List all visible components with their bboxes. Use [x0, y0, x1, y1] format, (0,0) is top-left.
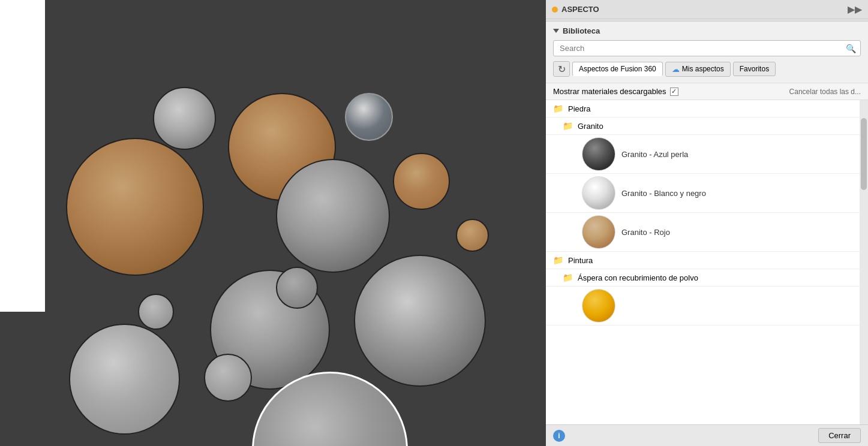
- panel-title: ASPECTO: [561, 5, 599, 14]
- search-container: 🔍: [553, 40, 861, 56]
- category-pintura-label: Pintura: [568, 256, 593, 265]
- tab-fusion360[interactable]: Aspectos de Fusion 360: [572, 62, 663, 76]
- white-side-panel: [0, 0, 45, 312]
- sphere-small-1: [153, 87, 216, 150]
- biblioteca-header[interactable]: Biblioteca: [553, 26, 861, 35]
- thumb-granito-rojo: [582, 215, 615, 249]
- biblioteca-label: Biblioteca: [563, 26, 600, 35]
- panel-dot: [552, 7, 558, 13]
- sphere-medium-gray: [276, 159, 390, 273]
- refresh-button[interactable]: ↻: [553, 61, 570, 77]
- sphere-small-granite-3: [393, 153, 450, 210]
- refresh-icon: ↻: [558, 64, 566, 75]
- label-granito-rojo: Granito - Rojo: [621, 228, 670, 237]
- thumb-paint-rough: [582, 289, 615, 323]
- material-paint-rough[interactable]: [546, 287, 868, 326]
- sphere-small-mid-lower: [276, 267, 318, 309]
- tab-my-aspects[interactable]: ☁ Mis aspectos: [665, 62, 731, 77]
- tab-fusion360-label: Aspectos de Fusion 360: [579, 65, 656, 73]
- thumb-granito-azul: [582, 137, 615, 171]
- sphere-small-lower-left: [138, 294, 174, 330]
- search-input[interactable]: [553, 40, 861, 56]
- show-downloadable-checkbox[interactable]: [670, 88, 678, 96]
- cloud-icon: ☁: [672, 65, 680, 74]
- subcategory-granito[interactable]: 📁 Granito: [546, 117, 868, 135]
- folder-icon-pintura: 📁: [553, 255, 563, 265]
- label-granito-wb: Granito - Blanco y negro: [621, 189, 706, 198]
- tab-favorites[interactable]: Favoritos: [733, 62, 776, 76]
- subcategory-granito-label: Granito: [578, 122, 603, 131]
- material-granito-azul[interactable]: Granito - Azul perla: [546, 135, 868, 174]
- info-icon-label: i: [558, 432, 560, 440]
- sphere-small-lower-2: [69, 324, 180, 435]
- close-button[interactable]: Cerrar: [818, 428, 861, 443]
- sphere-large-granite-1: [66, 138, 204, 276]
- sphere-small-glass: [345, 93, 393, 141]
- category-pintura[interactable]: 📁 Pintura: [546, 252, 868, 269]
- sphere-tiny-center: [204, 354, 252, 402]
- panel-header-left: ASPECTO: [552, 5, 599, 14]
- tabs-row: ↻ Aspectos de Fusion 360 ☁ Mis aspectos …: [553, 61, 861, 77]
- biblioteca-section: Biblioteca 🔍 ↻ Aspectos de Fusion 360 ☁ …: [546, 22, 868, 83]
- show-downloadable-label: Mostrar materiales descargables: [553, 87, 666, 96]
- folder-icon-granito: 📁: [563, 121, 573, 131]
- materials-list: 📁 Piedra 📁 Granito Granito - Azul perla …: [546, 100, 868, 424]
- search-icon: 🔍: [846, 44, 856, 53]
- label-granito-azul: Granito - Azul perla: [621, 150, 688, 159]
- viewport: [0, 0, 546, 446]
- thumb-granito-wb: [582, 176, 615, 210]
- show-downloadable-row: Mostrar materiales descargables Cancelar…: [546, 83, 868, 100]
- category-piedra[interactable]: 📁 Piedra: [546, 100, 868, 117]
- folder-icon-aspera: 📁: [563, 273, 573, 282]
- subcategory-aspera-label: Áspera con recubrimiento de polvo: [578, 273, 698, 282]
- material-granito-rojo[interactable]: Granito - Rojo: [546, 213, 868, 252]
- cancel-downloads-link[interactable]: Cancelar todas las d...: [789, 88, 861, 96]
- category-piedra-label: Piedra: [568, 104, 591, 113]
- folder-icon-piedra: 📁: [553, 104, 563, 113]
- scrollbar-track[interactable]: [860, 100, 868, 424]
- tab-my-aspects-label: Mis aspectos: [682, 65, 724, 73]
- material-granito-wb[interactable]: Granito - Blanco y negro: [546, 174, 868, 213]
- bottom-bar: i Cerrar: [546, 424, 868, 446]
- right-panel: ASPECTO ▶▶ Biblioteca 🔍 ↻ Aspectos de Fu…: [546, 0, 868, 446]
- panel-forward-button[interactable]: ▶▶: [848, 4, 862, 15]
- scrollbar-thumb[interactable]: [861, 118, 867, 190]
- subcategory-aspera[interactable]: 📁 Áspera con recubrimiento de polvo: [546, 269, 868, 287]
- panel-header: ASPECTO ▶▶: [546, 0, 868, 19]
- info-icon[interactable]: i: [553, 430, 565, 442]
- sphere-small-brown: [456, 219, 489, 252]
- tab-favorites-label: Favoritos: [740, 65, 769, 73]
- expand-icon: [553, 29, 559, 33]
- show-downloadable-left: Mostrar materiales descargables: [553, 87, 678, 96]
- sphere-medium-lower-right: [354, 255, 486, 387]
